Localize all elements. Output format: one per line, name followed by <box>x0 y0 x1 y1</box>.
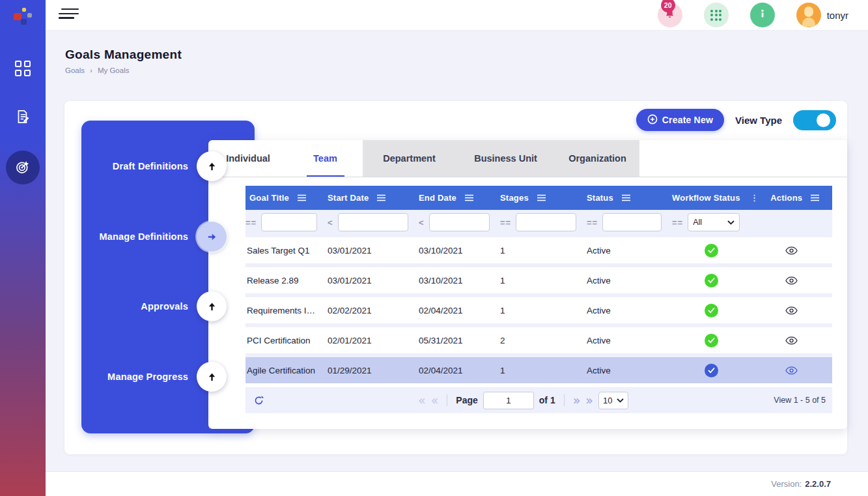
chevron-down-icon <box>727 220 735 225</box>
goals-card: Create New View Type Draft Definitions M… <box>64 101 847 454</box>
table-body: Sales Target Q1 03/01/2021 03/10/2021 1 … <box>245 235 832 383</box>
of-label: of 1 <box>539 395 555 405</box>
page-title: Goals Management <box>65 48 182 62</box>
table-row-selected[interactable]: Agile Certification 01/29/2021 02/04/202… <box>245 357 832 383</box>
version-label: Version: <box>771 479 802 489</box>
goals-tab-panel: Individual Team Department Business Unit… <box>208 140 847 429</box>
breadcrumb-root[interactable]: Goals <box>65 66 85 74</box>
version-value: 2.2.0.7 <box>805 479 831 489</box>
table-filter-row: == < < == == == All <box>245 210 832 235</box>
notification-badge: 20 <box>661 0 675 12</box>
tab-department[interactable]: Department <box>363 140 456 177</box>
document-edit-icon <box>14 108 31 128</box>
topbar: 20 tonyr <box>46 0 868 31</box>
page-label: Page <box>456 395 477 405</box>
column-menu-icon[interactable] <box>537 194 546 201</box>
goals-table: Goal Title Start Date End Date Stages St… <box>245 186 832 413</box>
column-resize-handle[interactable]: ⋮ <box>750 193 759 203</box>
flow-item-approvals[interactable]: Approvals <box>81 291 227 321</box>
tab-bar: Individual Team Department Business Unit… <box>208 140 847 177</box>
info-button[interactable] <box>750 3 775 27</box>
column-menu-icon[interactable] <box>297 194 307 201</box>
column-menu-icon[interactable] <box>621 194 631 201</box>
filter-status-input[interactable] <box>602 213 662 231</box>
view-type-toggle[interactable] <box>793 110 836 130</box>
goals-target-icon <box>14 158 32 178</box>
arrow-up-icon[interactable] <box>197 291 227 321</box>
filter-op[interactable]: == <box>587 218 598 227</box>
filter-op[interactable]: < <box>419 218 425 227</box>
notifications-button[interactable]: 20 <box>658 3 682 27</box>
user-menu[interactable]: tonyr <box>796 3 848 27</box>
filter-start-date-input[interactable] <box>338 213 408 231</box>
view-type-label: View Type <box>735 115 782 126</box>
column-menu-icon[interactable] <box>464 194 474 201</box>
table-row[interactable]: Sales Target Q1 03/01/2021 03/10/2021 1 … <box>245 237 832 263</box>
filter-workflow-select[interactable]: All <box>688 213 740 231</box>
last-page-button[interactable]: » <box>585 394 593 407</box>
refresh-icon[interactable] <box>253 395 264 406</box>
filter-op[interactable]: < <box>328 218 333 227</box>
filter-end-date-input[interactable] <box>429 213 490 231</box>
filter-stages-input[interactable] <box>516 213 576 231</box>
filter-op[interactable]: == <box>500 218 511 227</box>
apps-button[interactable] <box>704 3 729 27</box>
workflow-approved-icon <box>705 334 718 347</box>
menu-toggle-icon[interactable] <box>59 8 79 22</box>
create-new-button[interactable]: Create New <box>636 109 724 131</box>
filter-goal-title-input[interactable] <box>261 213 317 231</box>
toggle-knob <box>817 113 830 127</box>
workflow-approved-icon <box>705 364 718 377</box>
table-pagination: « « Page of 1 » » 10 View 1 - 5 of 5 <box>245 387 832 413</box>
divider <box>564 394 565 406</box>
breadcrumb-current: My Goals <box>98 66 130 74</box>
sidebar-item-documents[interactable] <box>6 101 40 135</box>
first-page-button[interactable]: « <box>418 394 426 407</box>
page-number-input[interactable] <box>483 392 534 409</box>
sidebar-item-dashboard[interactable] <box>6 51 40 85</box>
view-goal-eye-icon[interactable] <box>785 246 798 255</box>
dashboard-grid-icon <box>15 61 31 76</box>
filter-op[interactable]: == <box>245 218 257 227</box>
page-size-select[interactable]: 10 <box>598 392 628 409</box>
arrow-up-icon[interactable] <box>197 362 227 392</box>
chevron-down-icon <box>617 398 624 403</box>
workflow-approved-icon <box>705 304 718 317</box>
flow-item-manage-progress[interactable]: Manage Progress <box>81 362 227 392</box>
workflow-approved-icon <box>705 274 718 287</box>
filter-op[interactable]: == <box>672 218 683 227</box>
tab-team[interactable]: Team <box>288 140 363 177</box>
view-goal-eye-icon[interactable] <box>785 306 798 315</box>
table-row[interactable]: PCI Certification 02/01/2021 05/31/2021 … <box>245 327 832 353</box>
column-menu-icon[interactable] <box>376 194 386 201</box>
arrow-up-icon[interactable] <box>197 151 227 181</box>
row-range-label: View 1 - 5 of 5 <box>748 396 826 405</box>
footer: Version: 2.2.0.7 <box>46 471 868 496</box>
view-goal-eye-icon[interactable] <box>785 366 798 375</box>
tab-business-unit[interactable]: Business Unit <box>456 140 555 177</box>
breadcrumb-separator: › <box>90 66 92 74</box>
tab-organization[interactable]: Organization <box>555 140 639 177</box>
app-logo-icon <box>12 5 34 27</box>
flow-item-draft-definitions[interactable]: Draft Definitions <box>81 151 227 181</box>
divider <box>447 394 447 406</box>
info-icon <box>757 8 768 22</box>
apps-grid-icon <box>710 10 721 21</box>
sidebar <box>0 0 46 496</box>
plus-circle-icon <box>647 114 658 126</box>
table-row[interactable]: Requirements Impl... 02/02/2021 02/04/20… <box>245 297 832 323</box>
avatar <box>796 3 821 27</box>
table-header-row: Goal Title Start Date End Date Stages St… <box>245 186 832 210</box>
prev-page-button[interactable]: « <box>431 394 439 407</box>
view-goal-eye-icon[interactable] <box>785 336 798 345</box>
user-name: tonyr <box>827 10 848 21</box>
column-menu-icon[interactable] <box>810 194 820 201</box>
workflow-approved-icon <box>705 244 718 257</box>
table-row[interactable]: Release 2.89 03/01/2021 03/10/2021 1 Act… <box>245 267 832 293</box>
view-goal-eye-icon[interactable] <box>785 276 798 285</box>
breadcrumb: Goals › My Goals <box>65 66 129 74</box>
arrow-right-icon[interactable] <box>197 222 227 252</box>
next-page-button[interactable]: » <box>573 394 581 407</box>
flow-item-manage-definitions[interactable]: Manage Definitions <box>81 222 227 252</box>
sidebar-item-goals[interactable] <box>6 151 40 184</box>
